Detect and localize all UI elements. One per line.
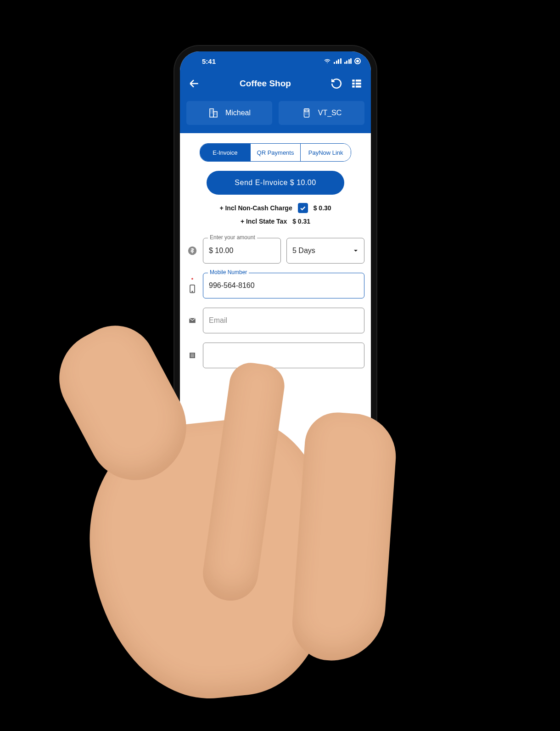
merchant-chip[interactable]: Micheal — [186, 101, 272, 125]
svg-rect-1 — [356, 79, 361, 81]
tax-amount: $ 0.31 — [292, 218, 310, 225]
svg-rect-7 — [213, 112, 217, 117]
tab-e-invoice[interactable]: E-Invoice — [200, 144, 251, 161]
svg-rect-6 — [210, 109, 213, 117]
signal-2-icon — [344, 58, 352, 64]
page-title: Coffee Shop — [240, 79, 291, 89]
location-icon — [354, 58, 361, 64]
expiry-select[interactable]: 5 Days — [286, 238, 364, 264]
status-indicators — [324, 58, 361, 64]
hamburger-icon — [346, 438, 356, 448]
invoice-form: Enter your amount $ 10.00 5 Days * — [186, 238, 364, 368]
mobile-field-label: Mobile Number — [208, 269, 249, 276]
tab-qr-payments-label: QR Payments — [257, 149, 294, 156]
status-bar: 5:41 — [180, 51, 371, 71]
tab-qr-payments[interactable]: QR Payments — [251, 144, 301, 161]
mobile-value: 996-564-8160 — [209, 281, 255, 290]
tab-paynow-link-label: PayNow Link — [308, 149, 343, 156]
check-icon — [299, 205, 306, 212]
email-row-icon — [186, 316, 198, 325]
content-area: E-Invoice QR Payments PayNow Link Send E… — [180, 133, 371, 463]
screen: 5:41 Coffee Shop Micheal VT_ — [180, 51, 371, 463]
merchant-chip-label: Micheal — [225, 109, 251, 117]
app-bar: Coffee Shop — [180, 71, 371, 96]
chevron-down-icon — [353, 248, 358, 253]
terminal-chip-label: VT_SC — [318, 109, 342, 117]
amount-row-icon — [186, 246, 198, 256]
building-icon — [208, 107, 219, 118]
svg-rect-4 — [352, 85, 354, 87]
note-field[interactable] — [203, 343, 364, 368]
amount-value: $ 10.00 — [209, 247, 233, 255]
svg-rect-2 — [352, 83, 354, 84]
svg-point-12 — [192, 291, 193, 292]
dollar-circle-icon — [187, 246, 197, 256]
amount-field-label: Enter your amount — [208, 234, 257, 241]
signal-1-icon — [334, 58, 342, 64]
noncash-checkbox[interactable] — [298, 203, 308, 213]
receipt-icon — [187, 351, 197, 360]
svg-rect-9 — [305, 110, 308, 112]
state-tax-row: + Incl State Tax $ 0.31 — [186, 218, 364, 225]
status-time: 5:41 — [202, 57, 216, 65]
terminal-device-icon — [302, 107, 312, 118]
mobile-row-icon: * — [186, 277, 198, 294]
svg-rect-3 — [356, 83, 361, 84]
tab-e-invoice-label: E-Invoice — [213, 149, 237, 156]
svg-rect-5 — [356, 85, 361, 87]
mobile-field[interactable]: Mobile Number 996-564-8160 — [203, 273, 364, 298]
context-chips: Micheal VT_SC — [180, 96, 371, 133]
send-e-invoice-button[interactable]: Send E-Invoice $ 10.00 — [207, 171, 344, 195]
required-star: * — [191, 277, 193, 282]
noncash-amount: $ 0.30 — [314, 204, 331, 212]
phone-icon — [188, 283, 197, 294]
amount-field[interactable]: Enter your amount $ 10.00 — [203, 238, 281, 264]
noncash-charge-row: + Incl Non-Cash Charge $ 0.30 — [186, 203, 364, 213]
svg-rect-0 — [352, 79, 354, 81]
phone-frame: 5:41 Coffee Shop Micheal VT_ — [174, 46, 376, 468]
terminal-chip[interactable]: VT_SC — [279, 101, 364, 125]
wifi-icon — [324, 58, 331, 64]
email-field[interactable]: Email — [203, 308, 364, 333]
refresh-icon[interactable] — [330, 78, 342, 90]
back-arrow-icon[interactable] — [188, 78, 200, 90]
tax-label: + Incl State Tax — [241, 218, 287, 225]
note-row-icon — [186, 351, 198, 360]
email-placeholder: Email — [209, 316, 227, 325]
payment-mode-tabs: E-Invoice QR Payments PayNow Link — [200, 143, 351, 162]
noncash-label: + Incl Non-Cash Charge — [219, 204, 292, 212]
fab-menu-button[interactable] — [339, 431, 363, 455]
tab-paynow-link[interactable]: PayNow Link — [301, 144, 351, 161]
expiry-value: 5 Days — [292, 247, 315, 255]
mail-icon — [187, 316, 197, 325]
list-menu-icon[interactable] — [351, 78, 363, 90]
